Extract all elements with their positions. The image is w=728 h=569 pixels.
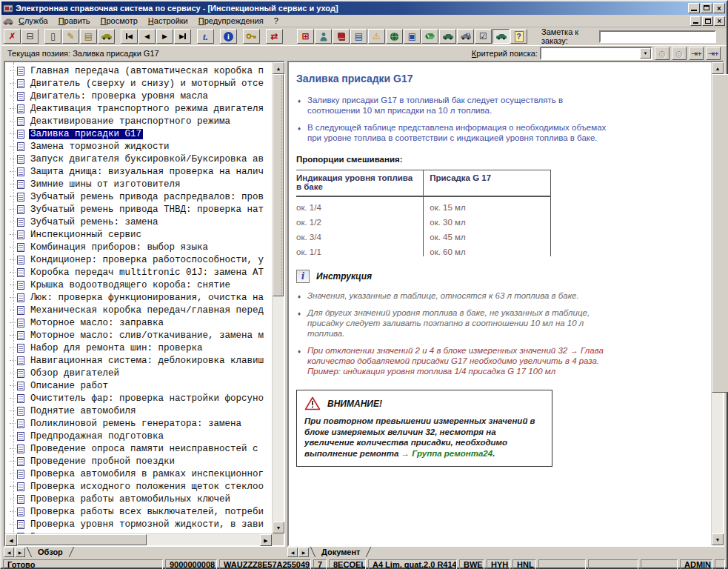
close-button[interactable]: × [713,3,725,13]
tree-item[interactable]: Проведение опроса памяти неисправностей … [10,442,272,455]
manual-book-button[interactable] [333,29,350,44]
tree-item[interactable]: Коробка передач multitronic 01J: замена … [10,266,272,279]
tree-item[interactable]: Главная передача (автоматическая коробка… [10,64,272,77]
swap-button[interactable]: ⇄ [266,29,283,44]
service-t-button[interactable]: t. [197,29,214,44]
tree-vertical-scrollbar[interactable]: ▲ ▼ [272,62,284,533]
tree-item[interactable]: Зимние шины от изготовителя [10,178,272,190]
scroll-down-button[interactable]: ▼ [273,522,284,533]
edit-button[interactable]: ✎ [62,29,79,44]
document-vertical-scrollbar[interactable]: ▲ ▼ [711,62,723,545]
mdi-close-button[interactable]: × [714,16,725,26]
tab-scroll-left-button[interactable]: ◀ [287,548,298,557]
tree-item[interactable]: Моторное масло: заправка [10,316,272,329]
scroll-thumb[interactable] [273,74,284,296]
tree-item[interactable]: Двигатель: проверка уровня масла [10,90,272,102]
tab-document[interactable]: Документ [310,547,372,558]
tab-scroll-right-button[interactable]: ▶ [15,548,25,557]
tree-item[interactable]: Проверка автомобиля в рамках инспекционн… [10,467,272,480]
eraser-button[interactable] [421,29,438,44]
order-note-input[interactable] [599,30,717,43]
tab-scroll-right-button[interactable]: ▶ [298,548,309,557]
tree-item[interactable]: Зубчатый ремень привода распредвалов: пр… [10,190,272,203]
menu-item[interactable]: Предупреждения [193,16,269,26]
inspection-service-button[interactable] [492,29,510,44]
key-button[interactable] [243,29,260,44]
tab-overview[interactable]: Обзор [26,547,75,558]
menu-item[interactable]: Просмотр [96,16,143,26]
warnings-button[interactable]: ⚠ [368,29,385,44]
first-record-button[interactable]: ◀ [121,29,138,44]
scroll-track[interactable] [17,534,260,545]
tree-item[interactable]: Радио: активирование кода защиты от краж… [10,530,272,533]
tree-item[interactable]: Описание работ [10,379,272,392]
new-document-button[interactable]: ▯ [44,29,61,44]
exit-button[interactable]: ✗ [4,29,21,44]
help-doc-button[interactable]: ? [510,29,527,44]
search-prev-button[interactable]: ◎ [655,47,669,60]
vehicle-green-button[interactable] [439,29,456,44]
scroll-left-button[interactable]: ◀ [5,534,17,546]
user-button[interactable] [315,29,332,44]
tree-item[interactable]: Люк: проверка функционирования, очистка … [10,291,272,304]
tree-item[interactable]: Очиститель фар: проверка настройки форсу… [10,392,272,405]
search-combobox[interactable]: ▼ [540,47,652,60]
tree-item[interactable]: Замена тормозной жидкости [10,140,272,153]
tree-item[interactable]: Деактивация транспортного режима двигате… [10,102,272,115]
combo-dropdown-button[interactable]: ▼ [640,48,651,59]
tab-scroll-left-button[interactable]: ◀ [4,548,14,557]
scroll-down-button[interactable]: ▼ [712,533,724,545]
search-next-button[interactable]: ◎ [672,47,687,60]
globe-button[interactable] [386,29,403,44]
prev-record-button[interactable]: ◀ [138,29,156,44]
tree-item[interactable]: Проверка работы всех выключателей, потре… [10,505,272,518]
scroll-thumb[interactable] [712,74,728,393]
maintenance-grid-button[interactable]: ⊞ [297,29,314,44]
tree-item[interactable]: Проведение пробной поездки [10,455,272,467]
tree-item[interactable]: Навигационная система: деблокировка клав… [10,354,272,367]
checklist-button[interactable]: ☑ [475,29,492,44]
menu-item[interactable]: Править [53,16,96,26]
tree-item[interactable]: Кондиционер: проверка работоспособности,… [10,253,272,266]
scroll-right-button[interactable]: ▶ [260,534,272,546]
tree-item[interactable]: Проверка уровня тормозной жидкости, в за… [10,518,272,530]
chapter-link[interactable]: Глава [581,346,604,355]
tree-item[interactable]: Зубчатый ремень: замена [10,216,272,228]
expand-list-button[interactable]: ⇥+ [689,47,704,60]
window-list-button[interactable]: ▤ [350,29,367,44]
scroll-thumb[interactable] [17,534,147,545]
tree-item[interactable]: Зубчатый ремень привода ТНВД: проверка н… [10,203,272,216]
collapse-list-button[interactable]: ⇥+ [706,47,721,60]
tree-item[interactable]: Защита днища: визуальная проверка на нал… [10,165,272,178]
repair-group-link[interactable]: Группа ремонта24 [412,449,492,458]
next-record-button[interactable]: ▶ [156,29,173,44]
tree-item[interactable]: Набор для ремонта шин: проверка [10,342,272,354]
tree-item[interactable]: Комбинация приборов: выбор языка [10,241,272,253]
scroll-up-button[interactable]: ▲ [273,62,284,74]
vehicle-data-button[interactable] [98,29,115,44]
menu-item[interactable]: Настройки [143,16,193,26]
menu-item[interactable]: Служба [13,16,53,26]
tree-item[interactable]: Инспекционный сервис [10,228,272,241]
tree-item[interactable]: Предпродажная подготовка [10,430,272,442]
tree-item[interactable]: Проверка работы автомобильных ключей [10,493,272,505]
mdi-minimize-button[interactable] [690,16,701,26]
last-record-button[interactable]: ▶ [174,29,191,44]
tree-item[interactable]: Двигатель (сверху и снизу) и моторный от… [10,77,272,90]
tree-item[interactable]: Поликлиновой ремень генератора: замена [10,417,272,430]
tree-item[interactable]: Крышка водоотводящего короба: снятие [10,279,272,291]
minimize-button[interactable] [688,3,700,13]
tree-item[interactable]: Поднятие автомобиля [10,405,272,417]
print-button[interactable]: ⊟ [21,29,39,44]
menu-item[interactable]: ? [269,16,284,26]
tree-item[interactable]: Проверка исходного положения щеток стекл… [10,480,272,493]
scroll-track[interactable] [273,74,284,522]
tree-item[interactable]: Заливка присадки G17 [10,127,272,140]
scroll-up-button[interactable]: ▲ [712,62,724,74]
tree-item[interactable]: Обзор двигателей [10,367,272,379]
restore-button[interactable] [701,3,712,13]
scroll-track[interactable] [712,74,723,533]
vehicle-search-button[interactable]: 9 [457,29,474,44]
info-button[interactable]: i [220,29,237,44]
archive-box-button[interactable]: ▣ [404,29,421,44]
